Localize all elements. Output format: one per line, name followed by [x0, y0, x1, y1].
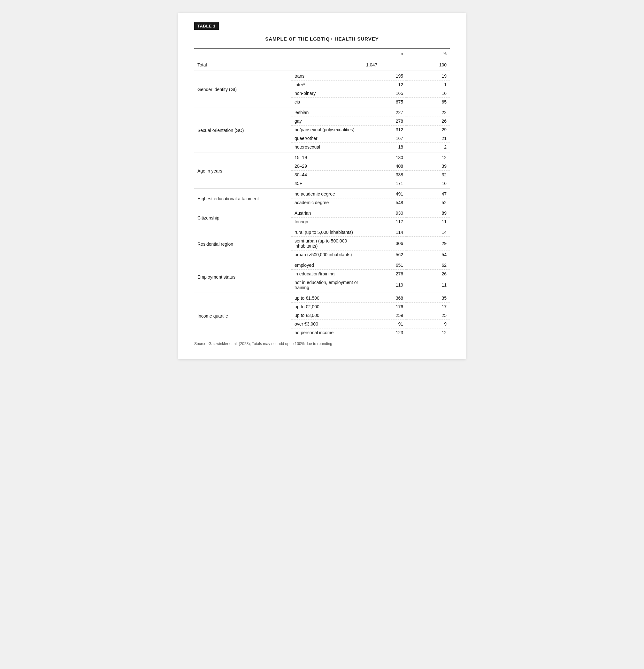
- pct-value: 12: [406, 328, 450, 338]
- pct-value: 26: [406, 117, 450, 126]
- n-value: 408: [363, 162, 406, 171]
- total-row: Total 1.047 100: [194, 59, 450, 71]
- table-title: SAMPLE OF THE LGBTIQ+ HEALTH SURVEY: [194, 36, 450, 42]
- sub-label: employed: [291, 260, 363, 270]
- category-label: Sexual orientation (SO): [194, 107, 291, 152]
- n-value: 12: [363, 81, 406, 89]
- table-row: Highest educational attainmentno academi…: [194, 189, 450, 198]
- n-value: 651: [363, 260, 406, 270]
- category-label: Citizenship: [194, 208, 291, 227]
- n-value: 123: [363, 328, 406, 338]
- n-value: 675: [363, 98, 406, 107]
- sub-label: up to €1,500: [291, 293, 363, 302]
- n-value: 306: [363, 237, 406, 251]
- sub-label: up to €3,000: [291, 311, 363, 320]
- sub-label: over €3,000: [291, 320, 363, 328]
- sub-label: in education/training: [291, 270, 363, 278]
- n-value: 171: [363, 179, 406, 189]
- sub-label: rural (up to 5,000 inhabitants): [291, 227, 363, 237]
- sub-label: inter*: [291, 81, 363, 89]
- pct-value: 26: [406, 270, 450, 278]
- n-value: 117: [363, 217, 406, 227]
- pct-value: 19: [406, 71, 450, 81]
- sub-label: no personal income: [291, 328, 363, 338]
- n-value: 276: [363, 270, 406, 278]
- source-text: Source: Gaiswinkler et al. (2023); Total…: [194, 342, 450, 346]
- sub-label: non-binary: [291, 89, 363, 98]
- table-row: Residential regionrural (up to 5,000 inh…: [194, 227, 450, 237]
- pct-value: 22: [406, 107, 450, 117]
- sub-label: bi-/pansexual (polysexualities): [291, 126, 363, 134]
- pct-value: 54: [406, 251, 450, 260]
- category-label: Income quartile: [194, 293, 291, 338]
- header-col1: [194, 48, 291, 59]
- header-pct: %: [406, 48, 450, 59]
- pct-value: 9: [406, 320, 450, 328]
- sub-label: queer/other: [291, 134, 363, 143]
- total-label: Total: [194, 59, 363, 71]
- table-label: TABLE 1: [194, 23, 219, 30]
- sub-label: cis: [291, 98, 363, 107]
- pct-value: 25: [406, 311, 450, 320]
- n-value: 278: [363, 117, 406, 126]
- pct-value: 11: [406, 278, 450, 293]
- pct-value: 21: [406, 134, 450, 143]
- n-value: 930: [363, 208, 406, 217]
- n-value: 227: [363, 107, 406, 117]
- n-value: 368: [363, 293, 406, 302]
- n-value: 176: [363, 302, 406, 311]
- pct-value: 39: [406, 162, 450, 171]
- sub-label: lesbian: [291, 107, 363, 117]
- sub-label: 15–19: [291, 152, 363, 162]
- n-value: 167: [363, 134, 406, 143]
- n-value: 130: [363, 152, 406, 162]
- n-value: 18: [363, 143, 406, 152]
- pct-value: 47: [406, 189, 450, 198]
- n-value: 165: [363, 89, 406, 98]
- sub-label: heterosexual: [291, 143, 363, 152]
- n-value: 91: [363, 320, 406, 328]
- page-container: TABLE 1 SAMPLE OF THE LGBTIQ+ HEALTH SUR…: [178, 13, 466, 359]
- pct-value: 14: [406, 227, 450, 237]
- pct-value: 35: [406, 293, 450, 302]
- header-col2: [291, 48, 363, 59]
- table-row: Age in years15–1913012: [194, 152, 450, 162]
- pct-value: 11: [406, 217, 450, 227]
- sub-label: no academic degree: [291, 189, 363, 198]
- sub-label: foreign: [291, 217, 363, 227]
- pct-value: 16: [406, 89, 450, 98]
- table-header-row: n %: [194, 48, 450, 59]
- table-row: Income quartileup to €1,50036835: [194, 293, 450, 302]
- pct-value: 89: [406, 208, 450, 217]
- pct-value: 16: [406, 179, 450, 189]
- n-value: 491: [363, 189, 406, 198]
- sub-label: up to €2,000: [291, 302, 363, 311]
- n-value: 119: [363, 278, 406, 293]
- category-label: Residential region: [194, 227, 291, 260]
- category-label: Gender identity (GI): [194, 71, 291, 107]
- n-value: 195: [363, 71, 406, 81]
- n-value: 548: [363, 198, 406, 208]
- pct-value: 65: [406, 98, 450, 107]
- main-table: n % Total 1.047 100 Gender identity (GI)…: [194, 48, 450, 338]
- n-value: 312: [363, 126, 406, 134]
- pct-value: 52: [406, 198, 450, 208]
- n-value: 338: [363, 171, 406, 179]
- pct-value: 1: [406, 81, 450, 89]
- pct-value: 29: [406, 237, 450, 251]
- total-pct: 100: [406, 59, 450, 71]
- pct-value: 2: [406, 143, 450, 152]
- pct-value: 17: [406, 302, 450, 311]
- pct-value: 29: [406, 126, 450, 134]
- sub-label: urban (>500,000 inhabitants): [291, 251, 363, 260]
- sub-label: gay: [291, 117, 363, 126]
- sub-label: Austrian: [291, 208, 363, 217]
- sub-label: trans: [291, 71, 363, 81]
- category-label: Age in years: [194, 152, 291, 189]
- sub-label: academic degree: [291, 198, 363, 208]
- table-row: CitizenshipAustrian93089: [194, 208, 450, 217]
- sub-label: not in education, employment or training: [291, 278, 363, 293]
- category-label: Employment status: [194, 260, 291, 293]
- pct-value: 12: [406, 152, 450, 162]
- n-value: 114: [363, 227, 406, 237]
